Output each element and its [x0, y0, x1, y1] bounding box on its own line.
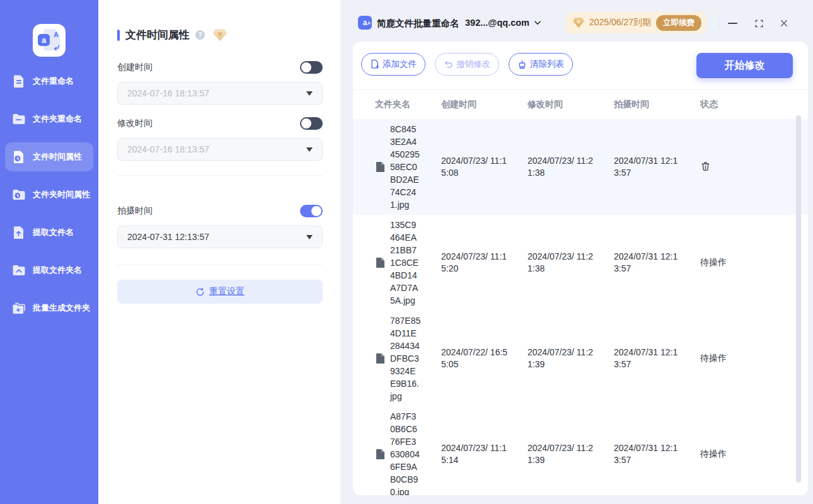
file-icon: [376, 161, 386, 173]
modified-time-cell: 2024/07/23/ 11:21:38: [528, 155, 614, 179]
chevron-down-icon: [306, 91, 313, 96]
sidebar-item-extract-foldername[interactable]: 提取文件夹名: [5, 256, 93, 285]
vip-feature-icon: V: [213, 29, 227, 41]
sidebar: A a 文件重命名 文件夹重命名 文件时间属性 文件夹时间属性 提取文件名 提取…: [0, 0, 98, 504]
sidebar-item-file-time[interactable]: 文件时间属性: [5, 142, 93, 171]
clear-list-icon: [517, 60, 527, 69]
field-created-time: 创建时间 2024-07-16 18:13:57: [117, 61, 323, 105]
table-row[interactable]: A87F30B6C676FE36308046FE9AB0CB90.jpg 202…: [353, 406, 808, 495]
divider: [718, 17, 719, 28]
scrollbar-thumb[interactable]: [796, 115, 801, 483]
modified-time-value: 2024-07-16 18:13:57: [127, 144, 209, 154]
shot-time-input[interactable]: 2024-07-31 12:13:57: [117, 226, 323, 248]
license-expiry: 2025/06/27到期: [589, 17, 651, 28]
divider: [117, 265, 323, 265]
toggle-knob: [301, 118, 311, 129]
shot-time-label: 拍摄时间: [117, 205, 153, 217]
table-row[interactable]: 135C9464EA21BB71C8CE4BD14A7D7A5A.jpg 202…: [353, 215, 808, 311]
field-modified-time: 修改时间 2024-07-16 18:13:57: [117, 117, 323, 161]
extract-filename-icon: [11, 225, 26, 240]
license-badge: V 2025/06/27到期 立即续费: [566, 12, 706, 33]
sidebar-item-folder-time[interactable]: 文件夹时间属性: [5, 180, 93, 209]
title-accent-bar: [117, 30, 120, 41]
column-modified-time: 修改时间: [528, 99, 614, 110]
file-name: 787E854D11E284434DFBC39324EE9B16.jpg: [390, 314, 421, 403]
refresh-icon: [195, 287, 205, 297]
account-email: 392...@qq.com: [465, 18, 529, 28]
created-time-input[interactable]: 2024-07-16 18:13:57: [117, 82, 323, 105]
trash-icon: [700, 161, 711, 172]
add-file-icon: [370, 59, 379, 69]
logo-letter-A: A: [54, 31, 59, 38]
shot-time-cell: 2024/07/31 12:13:57: [614, 442, 700, 466]
shot-time-cell: 2024/07/31 12:13:57: [614, 155, 700, 179]
file-time-icon: [11, 149, 26, 164]
app-icon: aA: [358, 16, 372, 30]
vip-diamond-icon: V: [573, 18, 584, 28]
modified-time-toggle[interactable]: [300, 117, 323, 130]
page-title: 文件时间属性: [125, 28, 190, 42]
column-status: 状态: [700, 99, 808, 110]
reset-settings-label: 重置设置: [209, 286, 245, 297]
sidebar-item-label: 提取文件夹名: [33, 265, 82, 276]
column-created-time: 创建时间: [441, 99, 528, 110]
sidebar-item-label: 文件夹时间属性: [33, 189, 90, 200]
maximize-button[interactable]: [750, 15, 768, 32]
table-row[interactable]: 8C8453E2A445029558EC0BD2AE74C241.jpg 202…: [353, 119, 808, 215]
logo-arrow-icon: [52, 45, 60, 51]
add-files-label: 添加文件: [383, 59, 417, 70]
shot-time-toggle[interactable]: [300, 205, 323, 217]
chevron-down-icon: [534, 21, 541, 25]
sidebar-item-extract-filename[interactable]: 提取文件名: [5, 218, 93, 247]
sidebar-item-file-rename[interactable]: 文件重命名: [5, 67, 93, 96]
column-shot-time: 拍摄时间: [614, 99, 700, 110]
file-icon: [376, 448, 386, 461]
sidebar-item-folder-rename[interactable]: 文件夹重命名: [5, 105, 93, 134]
file-name: A87F30B6C676FE36308046FE9AB0CB90.jpg: [390, 410, 421, 495]
sidebar-menu: 文件重命名 文件夹重命名 文件时间属性 文件夹时间属性 提取文件名 提取文件夹名…: [0, 67, 98, 323]
created-time-toggle[interactable]: [300, 61, 323, 74]
created-time-cell: 2024/07/22/ 16:55:05: [441, 346, 528, 370]
shot-time-value: 2024-07-31 12:13:57: [127, 232, 209, 242]
sidebar-item-batch-create-folder[interactable]: 批量生成文件夹: [5, 294, 93, 323]
table-header: 文件夹名 创建时间 修改时间 拍摄时间 状态: [353, 90, 808, 119]
app-logo: A a: [33, 24, 66, 57]
clear-list-button[interactable]: 清除列表: [509, 53, 573, 76]
shot-time-cell: 2024/07/31 12:13:57: [614, 251, 700, 275]
sidebar-item-label: 文件重命名: [33, 76, 74, 87]
logo-letter-a: a: [38, 34, 50, 46]
file-rename-icon: [11, 74, 26, 89]
folder-time-icon: [11, 187, 26, 202]
window-titlebar: aA 简鹿文件批量重命名 392...@qq.com V 2025/06/27到…: [340, 0, 813, 42]
modified-time-input[interactable]: 2024-07-16 18:13:57: [117, 138, 323, 161]
undo-icon: [444, 60, 453, 69]
created-time-cell: 2024/07/23/ 11:15:20: [441, 251, 528, 275]
status-text: 待操作: [700, 449, 808, 460]
extract-foldername-icon: [11, 263, 26, 278]
minimize-button[interactable]: [724, 15, 741, 32]
modified-time-cell: 2024/07/23/ 11:21:39: [528, 442, 614, 466]
created-time-cell: 2024/07/23/ 11:15:14: [441, 442, 528, 466]
minimize-icon: [728, 23, 737, 24]
chevron-down-icon: [306, 235, 313, 239]
file-list-card: 添加文件 撤销修改 清除列表 开始修改 文件夹名 创建时间 修改时间 拍摄时间 …: [353, 42, 808, 495]
add-files-button[interactable]: 添加文件: [361, 53, 425, 76]
reset-settings-button[interactable]: 重置设置: [117, 280, 323, 304]
renew-button[interactable]: 立即续费: [656, 15, 701, 31]
undo-label: 撤销修改: [456, 59, 490, 70]
help-icon[interactable]: ?: [195, 30, 205, 40]
delete-row-button[interactable]: [700, 161, 711, 172]
table-row[interactable]: 787E854D11E284434DFBC39324EE9B16.jpg 202…: [353, 311, 808, 406]
created-time-value: 2024-07-16 18:13:57: [127, 88, 209, 98]
modified-time-cell: 2024/07/23/ 11:21:38: [528, 251, 614, 275]
file-icon: [376, 352, 386, 365]
toggle-knob: [301, 62, 311, 72]
account-menu[interactable]: 392...@qq.com: [465, 18, 541, 28]
settings-panel: 文件时间属性 ? V 创建时间 2024-07-16 18:13:57 修改时间…: [98, 0, 340, 504]
clear-list-label: 清除列表: [530, 59, 564, 70]
undo-button[interactable]: 撤销修改: [435, 53, 499, 76]
toolbar: 添加文件 撤销修改 清除列表 开始修改: [353, 42, 808, 76]
start-modify-button[interactable]: 开始修改: [696, 53, 793, 78]
close-button[interactable]: [775, 15, 793, 32]
file-icon: [376, 256, 386, 269]
